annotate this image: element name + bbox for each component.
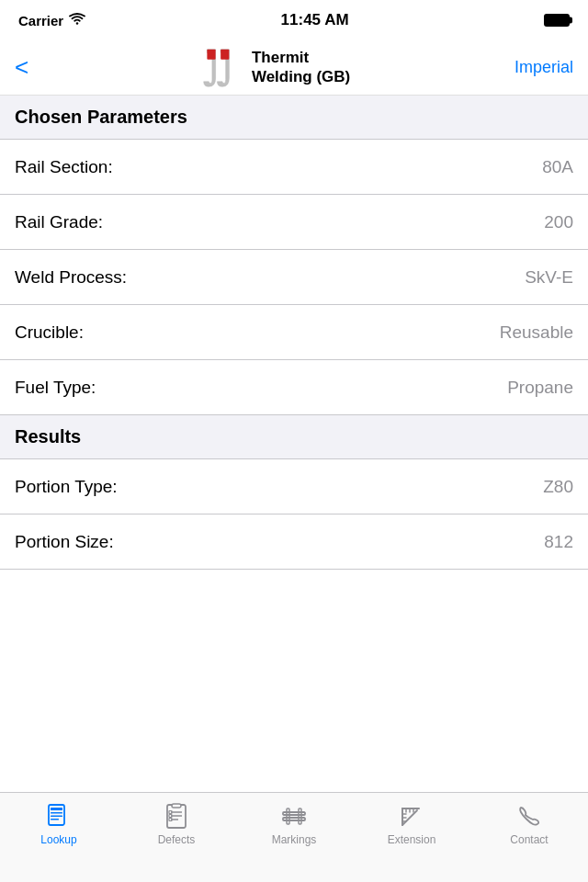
- tab-lookup-label: Lookup: [40, 833, 76, 846]
- svg-rect-4: [51, 812, 62, 814]
- portion-size-label: Portion Size:: [15, 532, 114, 552]
- rail-grade-label: Rail Grade:: [15, 212, 103, 232]
- tab-defects[interactable]: Defects: [118, 802, 235, 846]
- table-row: Portion Size: 812: [0, 514, 588, 570]
- tab-extension-label: Extension: [388, 833, 436, 846]
- table-row: Rail Grade: 200: [0, 195, 588, 250]
- nav-bar: < Thermit Welding (GB) Imperial: [0, 40, 588, 96]
- back-button[interactable]: <: [15, 50, 36, 85]
- results-header: Results: [0, 415, 588, 459]
- rail-grade-value: 200: [544, 212, 573, 232]
- contact-icon: [515, 802, 543, 830]
- portion-type-value: Z80: [543, 477, 573, 497]
- svg-rect-15: [169, 815, 172, 818]
- portion-size-value: 812: [544, 532, 573, 552]
- lookup-icon: [45, 802, 73, 830]
- chosen-parameters-title: Chosen Parameters: [15, 107, 187, 127]
- markings-icon: [280, 802, 308, 830]
- svg-rect-10: [172, 804, 181, 808]
- defects-icon: [163, 802, 190, 830]
- tab-markings[interactable]: Markings: [235, 802, 353, 846]
- table-row: Crucible: Reusable: [0, 305, 588, 360]
- tab-extension[interactable]: Extension: [353, 802, 470, 846]
- brand-name: Thermit Welding (GB): [252, 49, 350, 86]
- weld-process-label: Weld Process:: [15, 267, 127, 288]
- crucible-value: Reusable: [500, 322, 573, 343]
- table-row: Rail Section: 80A: [0, 140, 588, 195]
- status-bar: Carrier 11:45 AM: [0, 0, 588, 40]
- tab-markings-label: Markings: [272, 833, 317, 846]
- tab-contact[interactable]: Contact: [470, 802, 588, 846]
- extension-icon: [398, 802, 425, 830]
- carrier-text: Carrier: [18, 13, 63, 28]
- svg-rect-16: [169, 819, 172, 821]
- table-row: Portion Type: Z80: [0, 459, 588, 514]
- tab-contact-label: Contact: [510, 833, 548, 846]
- svg-rect-14: [169, 811, 172, 814]
- svg-rect-6: [51, 819, 59, 820]
- carrier-area: Carrier: [18, 13, 85, 28]
- svg-rect-1: [220, 49, 229, 59]
- rail-section-value: 80A: [542, 157, 573, 177]
- svg-rect-5: [51, 816, 62, 818]
- results-title: Results: [15, 426, 81, 447]
- fuel-type-value: Propane: [507, 378, 573, 398]
- svg-rect-0: [207, 49, 215, 59]
- table-row: Fuel Type: Propane: [0, 360, 588, 415]
- battery-area: [544, 14, 570, 27]
- portion-type-label: Portion Type:: [15, 477, 118, 497]
- svg-rect-19: [287, 808, 289, 824]
- imperial-button[interactable]: Imperial: [514, 58, 573, 77]
- svg-rect-20: [299, 808, 301, 824]
- tab-lookup[interactable]: Lookup: [0, 802, 118, 846]
- rail-section-label: Rail Section:: [15, 157, 113, 177]
- crucible-label: Crucible:: [15, 322, 84, 343]
- battery-icon: [544, 14, 570, 27]
- wifi-icon: [69, 13, 85, 28]
- content-area: Chosen Parameters Rail Section: 80A Rail…: [0, 96, 588, 792]
- time-display: 11:45 AM: [281, 11, 349, 29]
- weld-process-value: SkV-E: [525, 267, 573, 288]
- tab-bar: Lookup Defects: [0, 792, 588, 882]
- chosen-parameters-header: Chosen Parameters: [0, 96, 588, 140]
- nav-logo: Thermit Welding (GB): [200, 46, 350, 90]
- fuel-type-label: Fuel Type:: [15, 378, 96, 398]
- table-row: Weld Process: SkV-E: [0, 250, 588, 305]
- tab-defects-label: Defects: [158, 833, 196, 846]
- brand-logo: [200, 46, 244, 90]
